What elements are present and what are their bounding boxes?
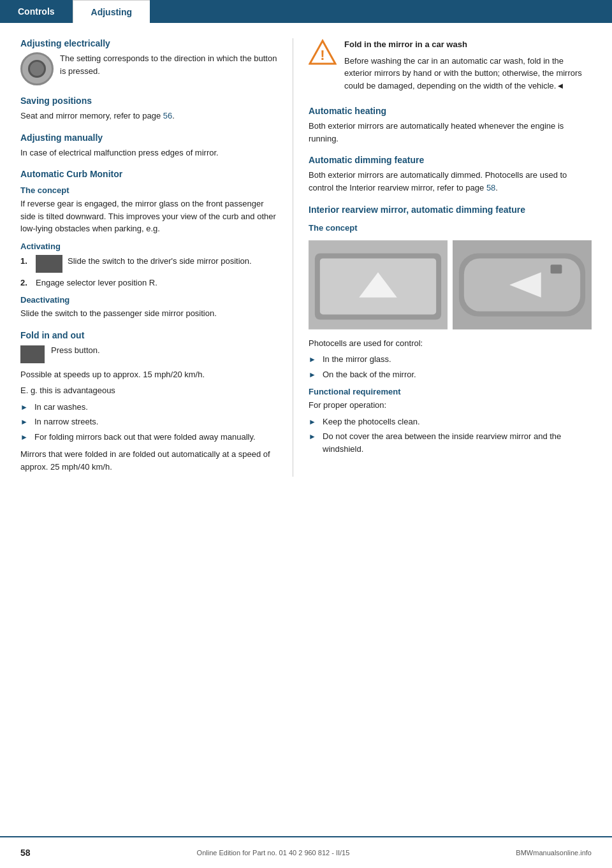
fold-bullet-3: ► For folding mirrors back out that were… [20, 431, 277, 444]
activating-steps: 1. Slide the switch to the driver's side… [20, 255, 277, 289]
mirror-left-svg [309, 240, 448, 329]
car-wash-warning-body: Before washing the car in an automatic c… [344, 55, 592, 92]
step-2: 2. Engage selector lever position R. [20, 277, 277, 289]
adjusting-manually-heading: Adjusting manually [20, 133, 277, 143]
page-number: 58 [20, 848, 31, 858]
fold-bullet-list: ► In car washes. ► In narrow streets. ► … [20, 401, 277, 444]
top-nav-bar: Controls Adjusting [0, 0, 612, 23]
saving-positions-link[interactable]: 56 [163, 111, 172, 120]
right-column: ! Fold in the mirror in a car wash Befor… [293, 38, 612, 477]
saving-positions-heading: Saving positions [20, 96, 277, 106]
mirror-images [309, 240, 592, 329]
car-wash-warning-heading: Fold in the mirror in a car wash [344, 38, 592, 51]
saving-positions-text: Seat and mirror memory, refer to page 56… [20, 110, 277, 122]
tab-controls[interactable]: Controls [0, 0, 73, 23]
photocell-arrow-2: ► [309, 369, 317, 380]
deactivating-subheading: Deactivating [20, 295, 277, 305]
adjusting-electrically-text: The setting corresponds to the direction… [60, 52, 277, 77]
req-bullet-1: ► Keep the photocells clean. [309, 416, 592, 428]
bullet-arrow-3: ► [20, 431, 29, 443]
req-arrow-1: ► [309, 416, 317, 428]
fold-button-icon [20, 345, 45, 363]
svg-text:!: ! [320, 47, 324, 63]
auto-dimming-heading: Automatic dimming feature [309, 155, 592, 165]
adjusting-electrically-section: The setting corresponds to the direction… [20, 52, 277, 85]
step-1: 1. Slide the switch to the driver's side… [20, 255, 277, 273]
auto-dimming-text: Both exterior mirrors are automatically … [309, 169, 592, 194]
mirror-image-left [309, 240, 448, 329]
mirror-right-svg [453, 240, 592, 329]
fold-bullet-1: ► In car washes. [20, 401, 277, 414]
tab-adjusting[interactable]: Adjusting [73, 0, 150, 23]
bullet-arrow-1: ► [20, 401, 29, 413]
fold-bullet-2: ► In narrow streets. [20, 416, 277, 428]
req-arrow-2: ► [309, 431, 317, 442]
warning-icon: ! [309, 38, 337, 66]
the-concept-subheading: The concept [20, 185, 277, 195]
adjusting-tab-label: Adjusting [91, 7, 133, 17]
the-concept-text: If reverse gear is engaged, the mirror g… [20, 198, 277, 235]
fold-press-button-text: Press button. [51, 344, 100, 357]
controls-tab-label: Controls [18, 6, 55, 17]
automatic-curb-monitor-heading: Automatic Curb Monitor [20, 169, 277, 179]
fold-in-out-heading: Fold in and out [20, 330, 277, 340]
functional-req-list: ► Keep the photocells clean. ► Do not co… [309, 416, 592, 456]
adjusting-manually-text: In case of electrical malfunction press … [20, 147, 277, 159]
fold-advantageous-text: E. g. this is advantageous [20, 384, 277, 397]
deactivating-text: Slide the switch to the passenger side m… [20, 307, 277, 320]
step1-switch-icon [36, 255, 62, 273]
mirror-button-icon [20, 52, 54, 85]
car-wash-warning: ! Fold in the mirror in a car wash Befor… [309, 38, 592, 96]
photocells-label: Photocells are used for control: [309, 337, 592, 350]
fold-speed-text: Possible at speeds up to approx. 15 mph/… [20, 368, 277, 381]
fold-press-button-row: Press button. [20, 344, 277, 363]
photocell-arrow-1: ► [309, 354, 317, 365]
svg-rect-10 [551, 264, 562, 273]
adjusting-electrically-heading: Adjusting electrically [20, 38, 277, 48]
functional-req-intro: For proper operation: [309, 399, 592, 412]
fold-auto-text: Mirrors that were folded in are folded o… [20, 448, 277, 473]
footer-center-text: Online Edition for Part no. 01 40 2 960 … [197, 849, 350, 857]
auto-heating-heading: Automatic heating [309, 106, 592, 116]
auto-dimming-link[interactable]: 58 [486, 183, 495, 192]
photocell-bullet-2: ► On the back of the mirror. [309, 368, 592, 381]
photocells-list: ► In the mirror glass. ► On the back of … [309, 353, 592, 380]
req-bullet-2: ► Do not cover the area between the insi… [309, 430, 592, 455]
right-the-concept-subheading: The concept [309, 223, 592, 233]
mirror-button-inner [28, 60, 46, 78]
interior-rearview-heading: Interior rearview mirror, automatic dimm… [309, 204, 592, 217]
main-content: Adjusting electrically The setting corre… [0, 23, 612, 515]
photocell-bullet-1: ► In the mirror glass. [309, 353, 592, 366]
footer-brand: BMWmanualsonline.info [516, 849, 592, 857]
left-column: Adjusting electrically The setting corre… [0, 38, 293, 477]
mirror-image-right [453, 240, 592, 329]
activating-subheading: Activating [20, 242, 277, 251]
functional-req-subheading: Functional requirement [309, 387, 592, 396]
page-footer: 58 Online Edition for Part no. 01 40 2 9… [0, 836, 612, 868]
auto-heating-text: Both exterior mirrors are automatically … [309, 120, 592, 145]
bullet-arrow-2: ► [20, 416, 29, 428]
